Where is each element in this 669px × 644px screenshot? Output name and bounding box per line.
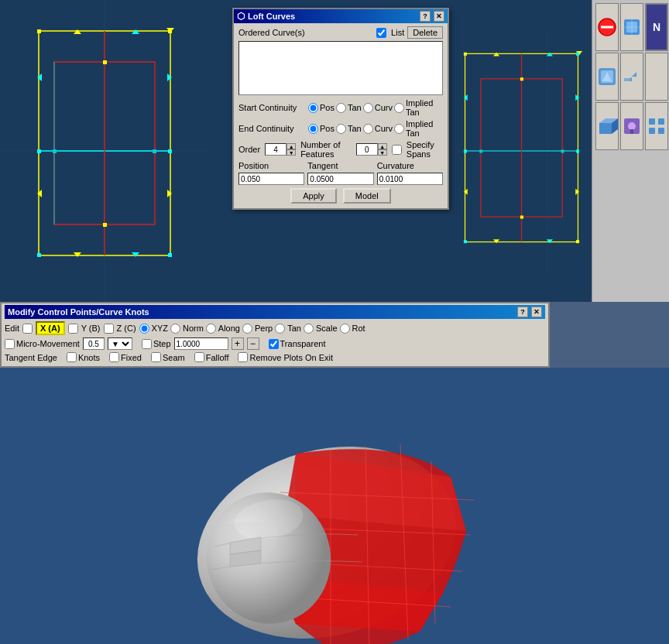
tangent-col-label: Tangent bbox=[307, 161, 373, 170]
arrow-button[interactable] bbox=[620, 53, 643, 101]
ordered-curves-label: Ordered Curve(s) bbox=[238, 28, 305, 37]
tangent-input[interactable]: 0.0500 bbox=[307, 173, 373, 185]
modify-help-button[interactable]: ? bbox=[517, 307, 528, 317]
bottom-viewport[interactable] bbox=[0, 368, 669, 644]
end-tan-radio[interactable] bbox=[336, 124, 346, 134]
viewport-right[interactable]: N bbox=[434, 0, 669, 302]
dialog-action-buttons: Apply Model bbox=[238, 188, 443, 204]
list-label: List bbox=[391, 28, 404, 37]
features-up-arrow[interactable]: ▲ bbox=[378, 143, 387, 149]
remove-plots-checkbox[interactable] bbox=[238, 352, 248, 362]
svg-marker-14 bbox=[74, 252, 81, 257]
remove-plots-group: Remove Plots On Exit bbox=[238, 352, 333, 362]
svg-rect-62 bbox=[599, 123, 612, 134]
tan-radio[interactable] bbox=[275, 324, 285, 334]
xyz-radio[interactable] bbox=[139, 324, 149, 334]
features-input[interactable]: 0 bbox=[356, 143, 378, 156]
end-pos-label: Pos bbox=[320, 124, 334, 133]
curvature-input[interactable]: 0.0100 bbox=[377, 173, 443, 185]
y-b-checkbox[interactable] bbox=[68, 324, 78, 334]
norm-radio[interactable] bbox=[170, 324, 180, 334]
end-pos-radio[interactable] bbox=[308, 124, 318, 134]
falloff-group: Falloff bbox=[194, 352, 229, 362]
select-box-button[interactable] bbox=[620, 3, 643, 51]
svg-marker-11 bbox=[37, 190, 42, 197]
fixed-checkbox[interactable] bbox=[109, 352, 119, 362]
rot-radio[interactable] bbox=[340, 324, 350, 334]
end-curv-radio[interactable] bbox=[363, 124, 373, 134]
step-label: Step bbox=[153, 339, 171, 348]
dialog-close-button[interactable]: ✕ bbox=[434, 11, 444, 22]
order-spinner[interactable]: 4 ▲ ▼ bbox=[265, 143, 296, 156]
n-button[interactable]: N bbox=[645, 3, 668, 51]
z-c-checkbox[interactable] bbox=[104, 324, 114, 334]
seam-checkbox[interactable] bbox=[151, 352, 161, 362]
svg-rect-41 bbox=[464, 53, 467, 56]
transparent-label: Transparent bbox=[280, 339, 326, 348]
top-section: ⬡ Loft Curves ? ✕ Ordered Curve(s) List … bbox=[0, 0, 669, 302]
position-input[interactable]: 0.050 bbox=[238, 173, 304, 185]
svg-marker-40 bbox=[547, 239, 553, 243]
svg-rect-23 bbox=[53, 149, 57, 153]
edit-checkbox[interactable] bbox=[22, 324, 33, 334]
model-button[interactable]: Model bbox=[343, 188, 391, 204]
dialog-title: Loft Curves bbox=[248, 12, 295, 21]
empty-button-1[interactable] bbox=[645, 53, 668, 101]
scale-radio[interactable] bbox=[304, 324, 314, 334]
viewport-left[interactable] bbox=[0, 0, 209, 302]
features-spinner[interactable]: 0 ▲ ▼ bbox=[356, 143, 387, 156]
start-pos-radio[interactable] bbox=[308, 103, 318, 113]
start-continuity-radios: Pos Tan Curv Implied Tan bbox=[308, 98, 443, 117]
xyz-label: XYZ bbox=[152, 324, 168, 333]
apply-button[interactable]: Apply bbox=[290, 188, 337, 204]
svg-marker-33 bbox=[547, 53, 553, 57]
order-input[interactable]: 4 bbox=[265, 143, 286, 156]
start-tan-label: Tan bbox=[348, 103, 362, 112]
micro-movement-checkbox[interactable] bbox=[5, 339, 15, 349]
x-a-button[interactable]: X (A) bbox=[36, 321, 65, 335]
order-down-arrow[interactable]: ▼ bbox=[286, 149, 296, 156]
start-curv-radio[interactable] bbox=[363, 103, 373, 113]
start-implied-radio[interactable] bbox=[394, 103, 404, 113]
perp-label: Perp bbox=[255, 324, 273, 333]
start-continuity-label: Start Continuity bbox=[238, 103, 308, 112]
transparent-checkbox[interactable] bbox=[269, 339, 279, 349]
plus-button[interactable]: + bbox=[232, 337, 244, 350]
loft-curves-dialog[interactable]: ⬡ Loft Curves ? ✕ Ordered Curve(s) List … bbox=[232, 8, 449, 210]
micro-movement-select[interactable]: ▼ bbox=[108, 337, 132, 350]
specify-spans-checkbox[interactable] bbox=[392, 145, 402, 155]
curves-listbox[interactable] bbox=[238, 41, 443, 95]
perp-radio[interactable] bbox=[242, 324, 252, 334]
modify-toolbar: Modify Control Points/Curve Knots ? ✕ Ed… bbox=[0, 302, 550, 368]
step-group: Step bbox=[142, 339, 171, 349]
grid-button[interactable] bbox=[645, 102, 668, 150]
minus-button[interactable]: − bbox=[247, 337, 259, 350]
order-up-arrow[interactable]: ▲ bbox=[286, 143, 296, 149]
knots-checkbox[interactable] bbox=[67, 352, 77, 362]
cube-button[interactable] bbox=[595, 102, 619, 150]
step-input[interactable]: 1.0000 bbox=[174, 337, 228, 350]
svg-rect-70 bbox=[649, 128, 655, 134]
micro-movement-input[interactable]: 0.5 bbox=[83, 337, 105, 350]
dialog-help-button[interactable]: ? bbox=[420, 11, 431, 22]
falloff-checkbox[interactable] bbox=[194, 352, 204, 362]
list-checkbox[interactable] bbox=[376, 28, 386, 38]
along-radio[interactable] bbox=[206, 324, 216, 334]
modify-close-button[interactable]: ✕ bbox=[531, 307, 542, 317]
svg-rect-20 bbox=[37, 149, 41, 153]
svg-rect-19 bbox=[168, 253, 172, 257]
edit-label: Edit bbox=[5, 324, 19, 333]
loft-surface-button[interactable] bbox=[595, 53, 619, 101]
no-entry-button[interactable] bbox=[595, 3, 619, 51]
features-down-arrow[interactable]: ▼ bbox=[378, 149, 387, 156]
start-tan-radio[interactable] bbox=[336, 103, 346, 113]
along-label: Along bbox=[218, 324, 240, 333]
transparent-group: Transparent bbox=[269, 339, 326, 349]
svg-rect-21 bbox=[168, 149, 172, 153]
z-c-label: Z (C) bbox=[117, 324, 136, 333]
svg-marker-39 bbox=[493, 239, 499, 243]
delete-button[interactable]: Delete bbox=[407, 26, 443, 39]
paint-button[interactable] bbox=[620, 102, 643, 150]
step-checkbox[interactable] bbox=[142, 339, 152, 349]
end-implied-radio[interactable] bbox=[394, 124, 404, 134]
